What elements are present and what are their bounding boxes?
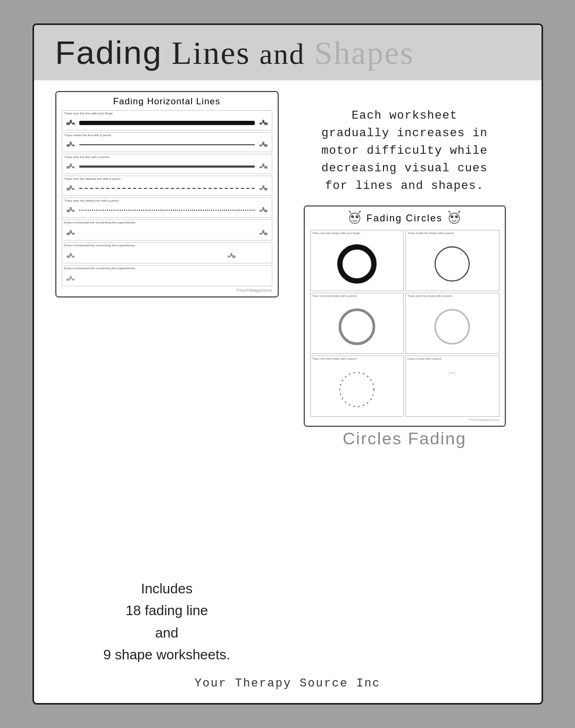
ant-icon-right (258, 229, 269, 237)
circles-fading-label: Circles Fading (343, 429, 466, 449)
copyright-circles: ©YourTherapySource (310, 418, 499, 421)
row-label: Draw a horizontal line connecting the su… (64, 267, 136, 270)
cell-label-1: Trace over the shape with your finger. (312, 231, 361, 235)
cell-label-3: Trace over the shape with a pencil. (312, 294, 357, 298)
circle-thick (336, 233, 378, 288)
cell-label-5: Trace over the shape with a pencil. (312, 357, 357, 361)
ant-icon-left (65, 185, 76, 192)
ant-icon-left (65, 275, 76, 283)
includes-line4: 9 shape worksheets. (55, 644, 279, 666)
circle-gray (336, 295, 378, 351)
svg-point-52 (259, 233, 262, 235)
svg-point-2 (72, 123, 74, 125)
cell-label-2: Trace inside the shape with a pencil. (407, 231, 455, 235)
svg-point-80 (340, 247, 374, 281)
includes-line3: and (55, 622, 279, 644)
circle-empty (431, 358, 473, 414)
circle-light (431, 295, 473, 351)
circle-cell-6: Draw a circle with a pencil. (405, 355, 499, 417)
ant-icon-right (258, 163, 269, 170)
cell-label-4: Trace over the shape with a pencil. (407, 294, 453, 298)
ant-icon-right (226, 252, 237, 260)
row-label: Draw a horizontal line connecting the su… (64, 244, 136, 247)
svg-point-49 (70, 230, 72, 232)
svg-point-60 (227, 256, 230, 258)
worksheet-row: Trace inside the line with a pencil. (62, 132, 272, 152)
svg-point-73 (449, 213, 460, 224)
title-fading: Fading (55, 34, 163, 71)
cell-label-6: Draw a circle with a pencil. (407, 357, 442, 361)
svg-point-66 (349, 213, 360, 224)
includes-text: Includes 18 fading line and 9 shape work… (55, 578, 279, 672)
svg-point-72 (359, 211, 361, 212)
right-column: Each worksheet gradually increases in mo… (289, 91, 520, 672)
title-lines: Lines (172, 35, 251, 71)
footer-text: Your Therapy Source Inc (55, 672, 520, 692)
worksheet-row: Draw a horizontal line connecting the su… (62, 265, 272, 286)
worksheet-row: Draw a horizontal line connecting the su… (62, 219, 272, 241)
svg-point-83 (435, 310, 469, 344)
row-label: Draw a horizontal line connecting the su… (64, 221, 136, 224)
main-content: Fading Horizontal Lines Trace over the l… (55, 91, 520, 672)
fading-circles-worksheet: Fading Circles Trace (304, 205, 506, 427)
svg-point-64 (72, 279, 74, 281)
row-label: Trace over the line with a pencil. (64, 155, 110, 159)
svg-point-40 (72, 210, 74, 212)
worksheet-row: Trace over the line with your finger. (62, 110, 272, 130)
title-area: Fading Lines and Shapes (34, 25, 541, 80)
row-label: Trace over the line with your finger. (64, 112, 114, 115)
title-shapes: Shapes (314, 35, 414, 71)
svg-point-25 (70, 163, 72, 166)
svg-point-75 (455, 216, 458, 219)
svg-point-32 (72, 188, 74, 191)
ant-icon-left (65, 163, 76, 170)
svg-point-11 (262, 120, 264, 122)
circles-title: Fading Circles (366, 213, 443, 224)
svg-point-48 (72, 233, 74, 235)
row-label: Trace over the dashed line with a pencil… (64, 177, 121, 180)
svg-point-56 (72, 256, 74, 258)
circle-cell-1: Trace over the shape with your finger. (310, 230, 404, 291)
row-label: Trace over the dotted line with a pencil… (64, 199, 120, 202)
svg-point-29 (262, 163, 264, 166)
ant-icon-left (65, 119, 76, 127)
ant-icon-left (65, 229, 76, 237)
circle-cell-4: Trace over the shape with a pencil. (405, 293, 499, 354)
main-page: Fading Lines and Shapes Fading Horizonta… (32, 23, 543, 705)
svg-point-68 (355, 216, 359, 219)
ant-icon-left (65, 252, 76, 260)
svg-point-71 (349, 211, 351, 212)
svg-point-82 (340, 310, 374, 344)
svg-point-61 (230, 253, 232, 255)
svg-point-65 (70, 276, 72, 278)
worksheet-row: Trace over the dotted line with a pencil… (62, 197, 272, 218)
ant-icon-right (258, 185, 269, 192)
circle-thin (431, 233, 473, 288)
worksheet-row: Trace over the dashed line with a pencil… (62, 176, 272, 196)
svg-point-28 (259, 167, 262, 169)
ant-icon-right (258, 119, 269, 127)
includes-line1: Includes (55, 578, 279, 600)
ant-icon-left (65, 141, 76, 148)
svg-point-20 (259, 145, 262, 147)
svg-point-79 (459, 211, 460, 212)
circle-cell-5: Trace over the shape with a pencil. (310, 355, 404, 417)
svg-point-45 (262, 207, 264, 209)
thick-line (79, 121, 255, 125)
svg-point-84 (340, 373, 374, 407)
dashed-line (79, 188, 255, 189)
alien-icon-left (347, 211, 362, 226)
svg-point-78 (448, 211, 450, 212)
svg-point-10 (259, 123, 262, 125)
horizontal-lines-title: Fading Horizontal Lines (62, 96, 272, 107)
thin-line (79, 144, 255, 145)
includes-line2: 18 fading line (55, 600, 279, 622)
circle-dotted (336, 358, 378, 414)
copyright-lines: ©YourTherapySource (62, 288, 272, 292)
svg-point-21 (262, 142, 264, 144)
svg-point-74 (451, 216, 454, 219)
worksheet-row: Draw a horizontal line connecting the su… (62, 242, 272, 263)
row-label: Trace inside the line with a pencil. (64, 134, 112, 137)
ant-icon-right (258, 206, 269, 214)
svg-point-3 (70, 120, 72, 122)
